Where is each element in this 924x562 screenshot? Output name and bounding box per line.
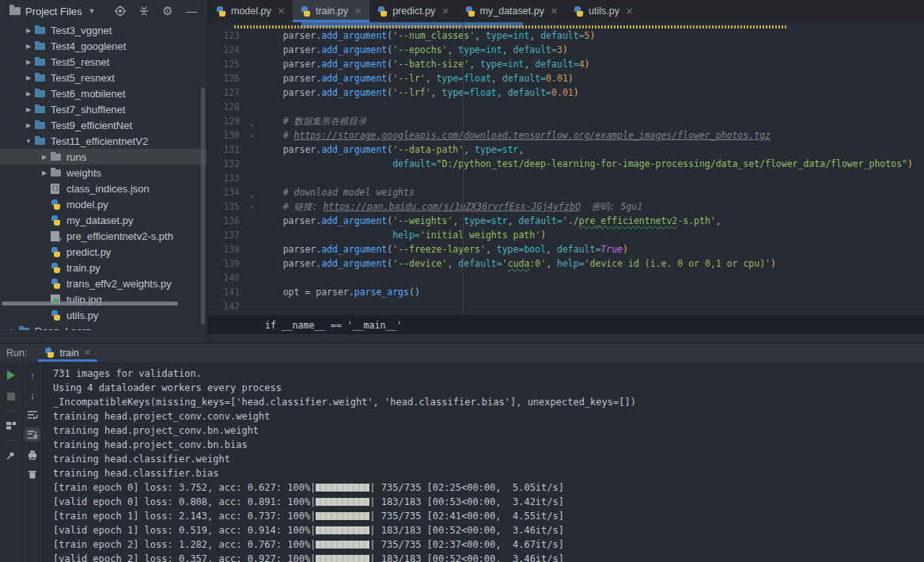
gutter-separator xyxy=(463,22,464,315)
settings-gear-icon[interactable]: ⚙ xyxy=(161,5,174,17)
project-view-selector[interactable]: Project Files ▼ xyxy=(9,6,95,17)
code-text: parser.add_argument('--freeze-layers', t… xyxy=(261,242,924,256)
fold-column xyxy=(243,214,261,228)
close-icon[interactable]: ✕ xyxy=(354,6,362,17)
tree-vertical-scrollbar[interactable] xyxy=(201,87,205,325)
console-line: training head.project_conv.conv.weight xyxy=(53,409,924,423)
line-number: 123 xyxy=(208,28,243,43)
tree-item-test9-efficientnet[interactable]: ▶Test9_efficientNet xyxy=(0,117,207,133)
editor-tab-predict-py[interactable]: predict.py✕ xyxy=(369,0,456,22)
tree-item-label: Test6_mobilenet xyxy=(49,88,126,100)
up-stack-trace-button[interactable]: ↑ xyxy=(25,368,40,382)
close-icon[interactable]: ✕ xyxy=(84,347,91,358)
tree-item-test3-vggnet[interactable]: ▶Test3_vggnet xyxy=(0,22,207,38)
chevron-expanded-icon[interactable]: ▼ xyxy=(22,138,35,145)
print-console-button[interactable] xyxy=(25,447,40,461)
stop-button[interactable] xyxy=(3,389,19,404)
code-text: parser.add_argument('--weights', type=st… xyxy=(261,214,924,228)
rerun-button[interactable] xyxy=(3,368,19,382)
chevron-collapsed-icon[interactable]: ▶ xyxy=(22,90,35,97)
close-icon[interactable]: ✕ xyxy=(441,6,449,17)
hide-panel-icon[interactable]: — xyxy=(185,5,198,17)
editor-tab-utils-py[interactable]: utils.py✕ xyxy=(566,0,641,22)
code-line-130: 130⌃ # https://storage.googleapis.com/do… xyxy=(208,128,924,142)
pin-tab-button[interactable] xyxy=(3,448,19,462)
python-icon xyxy=(216,6,226,17)
tree-item-train-py[interactable]: train.py xyxy=(0,260,207,275)
tqdm-progress-bar xyxy=(316,541,369,549)
line-number: 127 xyxy=(208,85,243,100)
tree-item-predict-py[interactable]: predict.py xyxy=(0,244,207,260)
tree-item-my-dataset-py[interactable]: my_dataset.py xyxy=(0,212,207,228)
tree-item-test7-shufflenet[interactable]: ▶Test7_shufflenet xyxy=(0,101,207,117)
line-number: 130 xyxy=(208,128,243,142)
tree-item-label: weights xyxy=(65,167,101,179)
run-panel-label: Run: xyxy=(0,347,38,359)
console-line: training head.classifier.bias xyxy=(53,466,924,480)
fold-marker-icon[interactable]: ⌄ xyxy=(243,114,261,128)
code-text: # 链接: https://pan.baidu.com/s/1uZX36rvrf… xyxy=(261,199,924,214)
chevron-collapsed-icon[interactable]: ▶ xyxy=(38,169,51,177)
restore-layout-button[interactable] xyxy=(3,419,19,433)
scroll-to-end-button[interactable] xyxy=(25,427,40,442)
clear-console-button[interactable] xyxy=(25,467,40,481)
down-stack-trace-button[interactable]: ↓ xyxy=(25,388,40,402)
locate-icon[interactable] xyxy=(114,5,127,17)
code-text: # download model weights xyxy=(261,185,924,199)
chevron-collapsed-icon[interactable]: ▶ xyxy=(6,328,19,331)
tree-item-label: Test5_resnet xyxy=(49,56,109,68)
tree-item-test4-googlenet[interactable]: ▶Test4_googlenet xyxy=(0,38,207,54)
tree-item-utils-py[interactable]: utils.py xyxy=(0,307,207,323)
close-icon[interactable]: ✕ xyxy=(626,6,633,17)
editor-tab-model-py[interactable]: model.py✕ xyxy=(208,0,293,22)
console-line: _IncompatibleKeys(missing_keys=['head.cl… xyxy=(53,395,924,409)
tree-item-pre-efficientnetv2-s-pth[interactable]: pre_efficientnetv2-s.pth xyxy=(0,228,207,244)
line-number: 136 xyxy=(208,214,243,228)
code-text: parser.add_argument('--batch-size', type… xyxy=(261,57,924,71)
sticky-context-line[interactable]: if __name__ == '__main__' xyxy=(208,315,924,334)
chevron-collapsed-icon[interactable]: ▶ xyxy=(38,154,51,161)
code-line-132: 132 default="D:/python_test/deep-learnin… xyxy=(208,157,924,171)
tree-item-test5-resnext[interactable]: ▶Test5_resnext xyxy=(0,70,207,85)
chevron-collapsed-icon[interactable]: ▶ xyxy=(22,43,35,50)
folder-icon xyxy=(51,169,65,177)
console-line: 731 images for validation. xyxy=(53,366,924,381)
run-tab-train[interactable]: train ✕ xyxy=(38,344,97,362)
python-icon xyxy=(301,6,311,17)
chevron-collapsed-icon[interactable]: ▶ xyxy=(22,122,35,129)
run-console-output[interactable]: 731 images for validation.Using 4 datalo… xyxy=(44,362,924,562)
tree-item-runs[interactable]: ▶runs xyxy=(0,149,207,165)
run-toolbar-left xyxy=(0,362,22,562)
code-editor[interactable]: 123 parser.add_argument('--num_classes',… xyxy=(208,22,924,315)
fold-marker-icon[interactable]: ⌄ xyxy=(243,185,261,199)
chevron-collapsed-icon[interactable]: ▶ xyxy=(22,74,35,82)
fold-marker-icon[interactable]: ⌃ xyxy=(243,199,261,214)
python-file-icon xyxy=(51,279,65,289)
tree-item-test5-resnet[interactable]: ▶Test5_resnet xyxy=(0,54,207,70)
chevron-collapsed-icon[interactable]: ▶ xyxy=(22,27,35,34)
code-line-142: 142 xyxy=(208,299,924,313)
editor-tabbar: model.py✕train.py✕predict.py✕my_dataset.… xyxy=(208,0,924,22)
soft-wrap-button[interactable] xyxy=(25,408,40,422)
project-header-toolbar: ⚙ — xyxy=(114,5,203,17)
close-icon[interactable]: ✕ xyxy=(551,6,558,17)
collapse-all-icon[interactable] xyxy=(138,5,150,17)
tree-item-test6-mobilenet[interactable]: ▶Test6_mobilenet xyxy=(0,85,207,101)
close-icon[interactable]: ✕ xyxy=(278,6,285,17)
tree-item-deep-learn[interactable]: ▶Deep_Learn xyxy=(0,323,207,330)
tree-item-class-indices-json[interactable]: {}class_indices.json xyxy=(0,180,207,196)
tree-item-test11-efficientnetv2[interactable]: ▼Test11_efficientnetV2 xyxy=(0,133,207,149)
editor-tab-train-py[interactable]: train.py✕ xyxy=(293,0,369,22)
chevron-collapsed-icon[interactable]: ▶ xyxy=(22,59,35,66)
python-file-icon xyxy=(51,263,65,273)
editor-tab-my_dataset-py[interactable]: my_dataset.py✕ xyxy=(457,0,566,22)
code-line-124: 124 parser.add_argument('--epochs', type… xyxy=(208,43,924,57)
tree-item-trans-effv2-weights-py[interactable]: trans_effv2_weights.py xyxy=(0,275,207,291)
fold-marker-icon[interactable]: ⌃ xyxy=(243,128,261,142)
fold-column xyxy=(243,285,261,299)
tree-item-model-py[interactable]: model.py xyxy=(0,196,207,212)
fold-column xyxy=(243,171,261,185)
tree-item-weights[interactable]: ▶weights xyxy=(0,165,207,180)
tree-horizontal-scrollbar[interactable] xyxy=(2,302,178,306)
chevron-collapsed-icon[interactable]: ▶ xyxy=(22,106,35,113)
